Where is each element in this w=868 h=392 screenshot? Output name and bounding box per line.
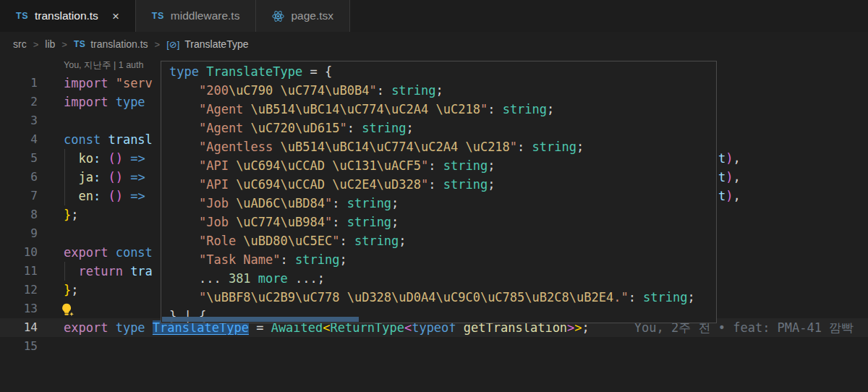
- code-token: ": [169, 290, 206, 304]
- code-token: \uC694\uCCAD: [236, 177, 325, 192]
- breadcrumb-item-src[interactable]: src: [13, 38, 27, 50]
- tab-translation.ts[interactable]: TStranslation.ts×: [0, 0, 136, 32]
- code-token: ": [369, 83, 376, 98]
- line-number: 1: [0, 74, 38, 93]
- line-number: 11: [0, 262, 38, 281]
- tab-label: page.tsx: [291, 9, 333, 22]
- chevron-right-icon: >: [155, 39, 161, 50]
- breadcrumb-item-TranslateType[interactable]: [⊘]TranslateType: [166, 38, 248, 50]
- code-text: };: [64, 281, 79, 299]
- code-token: string: [503, 102, 547, 116]
- code-token: string: [443, 177, 488, 192]
- hover-code-line: "Agentless \uB514\uBC14\uC774\uC2A4 \uC2…: [169, 137, 716, 156]
- code-token: ;: [576, 140, 584, 154]
- code-token: :: [332, 196, 346, 210]
- tab-label: middleware.ts: [171, 9, 240, 22]
- code-token: "Agent: [169, 121, 251, 135]
- code-token: =>: [123, 170, 145, 184]
- code-text: import type: [64, 93, 145, 111]
- code-text: import "serv: [64, 74, 153, 93]
- code-token: ): [726, 170, 733, 184]
- code-token: string: [354, 234, 399, 248]
- code-token: ": [510, 140, 517, 154]
- code-token: t: [718, 151, 726, 166]
- code-token: \uD328\uD0A4\uC9C0\uC785\uB2C8\uB2E4: [347, 290, 613, 304]
- code-token: ja: [64, 170, 93, 184]
- code-token: [325, 158, 332, 173]
- code-token: string: [362, 121, 406, 135]
- code-token: :: [332, 215, 346, 229]
- code-token: :: [347, 121, 362, 135]
- hover-code-line: "200\uC790 \uC774\uB0B4": string;: [169, 81, 716, 100]
- code-token: [325, 177, 332, 192]
- code-token: ;: [488, 158, 495, 173]
- code-token: transl: [101, 132, 153, 147]
- hover-code-line: "API \uC694\uCCAD \uC2E4\uD328": string;: [169, 175, 716, 194]
- code-token: \uC218: [465, 140, 509, 154]
- tab-label: translation.ts: [35, 9, 98, 22]
- hover-horizontal-scrollbar[interactable]: [162, 317, 359, 322]
- lightbulb-icon[interactable]: [59, 302, 75, 321]
- tab-page.tsx[interactable]: page.tsx: [256, 0, 350, 32]
- code-token: ": [421, 158, 428, 173]
- breadcrumb-item-lib[interactable]: lib: [45, 38, 55, 50]
- close-icon[interactable]: ×: [112, 10, 119, 22]
- code-token: \uB514\uBC14\uC774\uC2A4: [281, 140, 459, 154]
- code-token: }: [64, 208, 71, 222]
- code-token: [339, 290, 346, 304]
- code-token: \uC720\uD615: [251, 121, 340, 135]
- code-token: "Agentless: [169, 140, 281, 154]
- line-number: 15: [0, 337, 38, 356]
- line-number: 12: [0, 281, 38, 299]
- code-token: "API: [169, 177, 236, 192]
- code-token: return: [64, 264, 123, 278]
- code-text: ko: () =>: [64, 149, 145, 168]
- code-line-tail: t),: [718, 187, 741, 205]
- editor[interactable]: You, 지난주 | 1 auth 1import "serv2import t…: [0, 56, 868, 392]
- code-token: string: [347, 196, 391, 210]
- code-token: ;: [71, 208, 78, 222]
- breadcrumb-label: TranslateType: [184, 38, 248, 50]
- code-token: string: [295, 252, 339, 267]
- code-token: en: [64, 189, 93, 203]
- code-token: type: [108, 320, 145, 335]
- hover-code-line: ... 381 more ...;: [169, 269, 716, 288]
- code-line[interactable]: 15: [0, 337, 868, 356]
- code-token: [458, 140, 465, 154]
- code-token: ;: [407, 121, 414, 135]
- code-token: ): [726, 151, 733, 166]
- line-number: 2: [0, 93, 38, 111]
- code-token: \uBBF8\uC2B9\uC778: [206, 290, 339, 304]
- code-token: ;: [391, 196, 399, 210]
- code-token: .": [613, 290, 628, 304]
- code-token: :: [377, 83, 391, 98]
- hover-code-line: "API \uC694\uCCAD \uC131\uACF5": string;: [169, 156, 716, 175]
- code-token: export: [64, 320, 108, 335]
- code-token: ,: [733, 170, 741, 184]
- hover-code-line: "Agent \uC720\uD615": string;: [169, 119, 716, 137]
- code-token: \uAD6C\uBD84: [236, 196, 325, 210]
- code-token: ,: [733, 189, 741, 203]
- tab-middleware.ts[interactable]: TSmiddleware.ts: [136, 0, 257, 32]
- code-text: en: () =>: [64, 187, 145, 205]
- code-token: ;: [399, 234, 406, 248]
- line-number: 10: [0, 243, 38, 262]
- code-token: ...: [169, 271, 229, 286]
- tab-bar: TStranslation.ts×TSmiddleware.tspage.tsx: [0, 0, 868, 32]
- hover-code-line: "Task Name": string;: [169, 250, 716, 269]
- hover-code-line: "Job \uC774\uB984": string;: [169, 213, 716, 231]
- code-token: ...;: [288, 271, 325, 286]
- code-token: \uC131\uACF5: [332, 158, 421, 173]
- type-symbol-icon: [⊘]: [166, 39, 179, 50]
- code-token: :: [93, 151, 101, 166]
- code-token: ko: [64, 151, 93, 166]
- breadcrumb-item-translation.ts[interactable]: TStranslation.ts: [74, 38, 148, 50]
- code-token: ;: [339, 252, 346, 267]
- code-token: }: [64, 283, 71, 297]
- code-text: return tra: [64, 262, 153, 281]
- code-token: ;: [391, 215, 399, 229]
- code-token: ": [480, 102, 488, 116]
- code-text: export const: [64, 243, 153, 262]
- code-token: \uC694\uCCAD: [236, 158, 325, 173]
- code-token: type: [108, 95, 145, 109]
